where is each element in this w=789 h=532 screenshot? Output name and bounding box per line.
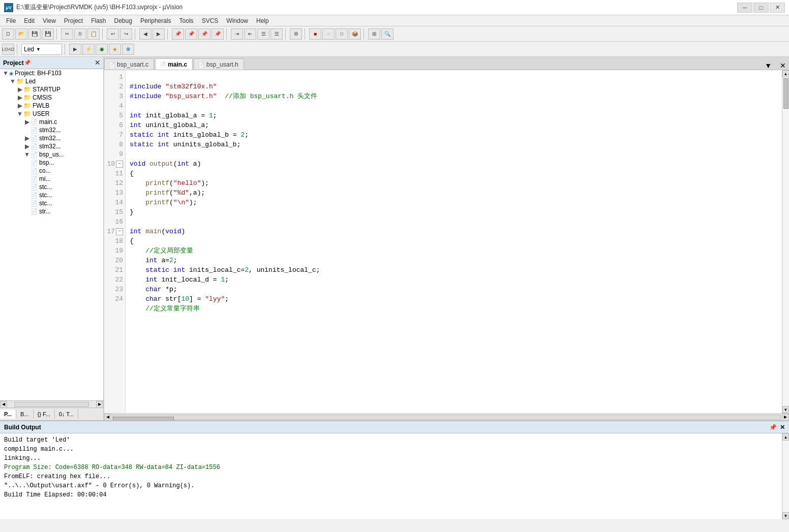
tree-bsp-3[interactable]: 📄 mi... [0, 175, 103, 183]
tb-debug-start[interactable]: ◉ [96, 44, 108, 55]
build-close[interactable]: ✕ [780, 424, 785, 431]
tb-build-circle[interactable]: ○ [322, 28, 335, 40]
tree-stm32-2[interactable]: ▶ 📄 stm32... [0, 134, 103, 142]
tb-build-stop[interactable]: ■ [309, 28, 321, 40]
menu-debug[interactable]: Debug [110, 16, 136, 25]
tree-bsp-7[interactable]: 📄 str... [0, 207, 103, 215]
tb-save-all[interactable]: 💾 [42, 28, 54, 40]
tb-save[interactable]: 💾 [28, 28, 41, 40]
tb-build-pkg[interactable]: 📦 [349, 28, 361, 40]
stab-project[interactable]: P... [0, 410, 16, 419]
code-content[interactable]: #include "stm32f10x.h" #include "bsp_usa… [126, 70, 782, 413]
tb-fmt2[interactable]: ☰ [270, 28, 283, 40]
expand-icon[interactable]: ▶ [16, 86, 23, 93]
close-button[interactable]: ✕ [770, 3, 785, 13]
expand-icon[interactable]: ▶ [23, 118, 31, 126]
expand-icon[interactable]: ▶ [23, 143, 31, 150]
minimize-button[interactable]: ─ [737, 3, 752, 13]
vscroll-up[interactable]: ▲ [782, 70, 789, 77]
stab-funcs[interactable]: {} F... [34, 410, 55, 419]
tb-undo[interactable]: ↩ [107, 28, 119, 40]
tree-bsp-4[interactable]: 📄 stc... [0, 183, 103, 191]
expand-icon[interactable]: ▶ [16, 94, 23, 101]
tb-copy[interactable]: ⎘ [74, 28, 86, 40]
tb-zoom[interactable]: 🔍 [381, 28, 393, 40]
tree-bsp-us[interactable]: ▼ 📄 bsp_us... [0, 150, 103, 159]
tree-bsp-6[interactable]: 📄 stc... [0, 199, 103, 207]
menu-flash[interactable]: Flash [87, 16, 110, 25]
menu-edit[interactable]: Edit [20, 16, 39, 25]
tab-bsp-usart-c[interactable]: 📄 bsp_usart.c [104, 58, 154, 70]
menu-peripherals[interactable]: Peripherals [136, 16, 175, 25]
expand-icon[interactable]: ▶ [23, 135, 31, 142]
tb-nav-back[interactable]: ◀ [139, 28, 151, 40]
tb-fmt1[interactable]: ☰ [257, 28, 269, 40]
vscroll-thumb[interactable] [783, 78, 788, 109]
menu-svcs[interactable]: SVCS [198, 16, 223, 25]
tb-paste[interactable]: 📋 [87, 28, 100, 40]
tb-nav-fwd[interactable]: ▶ [153, 28, 165, 40]
menu-project[interactable]: Project [60, 16, 87, 25]
tb-build-conn[interactable]: ⊙ [336, 28, 348, 40]
expand-icon[interactable]: ▼ [16, 110, 23, 117]
tab-dropdown[interactable]: ▼ [762, 61, 775, 70]
tb-new[interactable]: 🗋 [2, 28, 14, 40]
tab-main-c[interactable]: 📄 main.c [155, 58, 193, 70]
tb-run1[interactable]: ▶ [69, 44, 81, 55]
hscroll-right[interactable]: ▶ [96, 401, 103, 408]
tb-view-grid[interactable]: ⊞ [368, 28, 380, 40]
tab-bsp-usart-h[interactable]: 📄 bsp_usart.h [194, 58, 244, 70]
tree-bsp-1[interactable]: 📄 bsp... [0, 159, 103, 167]
tree-stm32-3[interactable]: ▶ 📄 stm32... [0, 142, 103, 150]
expand-icon[interactable]: ▼ [2, 70, 9, 77]
tb-redo[interactable]: ↪ [120, 28, 132, 40]
build-pin[interactable]: 📌 [769, 424, 777, 431]
tree-bsp-5[interactable]: 📄 stc... [0, 191, 103, 199]
tb-cut[interactable]: ✂ [61, 28, 73, 40]
tb-indent[interactable]: ⇥ [231, 28, 243, 40]
tree-mainc[interactable]: ▶ 📄 main.c [0, 118, 103, 126]
menu-file[interactable]: File [2, 16, 20, 25]
stab-books[interactable]: B... [16, 410, 34, 419]
collapse-10[interactable]: − [116, 161, 123, 168]
tb-open[interactable]: 📂 [15, 28, 27, 40]
tree-bsp-2[interactable]: 📄 co... [0, 167, 103, 175]
tb-settings[interactable]: ⚙ [290, 28, 302, 40]
tree-project-root[interactable]: ▼ ◈ Project: BH-F103 [0, 69, 103, 77]
vscroll-down[interactable]: ▼ [782, 406, 789, 413]
tree-startup[interactable]: ▶ 📁 STARTUP [0, 85, 103, 93]
menu-view[interactable]: View [39, 16, 60, 25]
tab-close[interactable]: ✕ [777, 61, 789, 70]
tree-cmsis[interactable]: ▶ 📁 CMSIS [0, 93, 103, 102]
hscroll-thumb[interactable] [113, 417, 174, 421]
menu-window[interactable]: Window [222, 16, 252, 25]
stab-templates[interactable]: 0↓ T... [55, 410, 78, 419]
tb-unindent[interactable]: ⇤ [244, 28, 256, 40]
tb-bookmark2[interactable]: 📌 [185, 28, 197, 40]
menu-tools[interactable]: Tools [175, 16, 198, 25]
expand-icon[interactable]: ▶ [16, 102, 23, 109]
hscroll-right[interactable]: ▶ [782, 414, 789, 421]
tb-debug-stop[interactable]: ◈ [109, 44, 121, 55]
tb-load[interactable]: LOAD [2, 44, 14, 55]
sidebar-close[interactable]: ✕ [95, 59, 100, 67]
maximize-button[interactable]: □ [753, 3, 769, 13]
tb-bookmark4[interactable]: 📌 [211, 28, 224, 40]
tb-run2[interactable]: ⚡ [82, 44, 95, 55]
sidebar-pin[interactable]: 📌 [24, 59, 31, 66]
hscroll-left[interactable]: ◀ [104, 414, 111, 421]
tb-bookmark3[interactable]: 📌 [198, 28, 210, 40]
tree-stm32-1[interactable]: ▶ 📄 stm32... [0, 126, 103, 134]
tb-bookmark1[interactable]: 📌 [172, 28, 184, 40]
expand-icon[interactable]: ▼ [9, 78, 16, 85]
tree-fwlb[interactable]: ▶ 📁 FWLB [0, 102, 103, 110]
tree-led[interactable]: ▼ 📁 Led [0, 77, 103, 85]
target-dropdown[interactable]: Led ▼ [21, 44, 62, 55]
expand-icon[interactable]: ▼ [23, 151, 31, 158]
collapse-17[interactable]: − [116, 228, 123, 235]
tb-debug-step[interactable]: ⊕ [122, 44, 134, 55]
hscroll-left[interactable]: ◀ [0, 401, 7, 408]
build-vscroll-up[interactable]: ▲ [782, 433, 789, 441]
tree-user[interactable]: ▼ 📁 USER [0, 110, 103, 118]
menu-help[interactable]: Help [252, 16, 273, 25]
